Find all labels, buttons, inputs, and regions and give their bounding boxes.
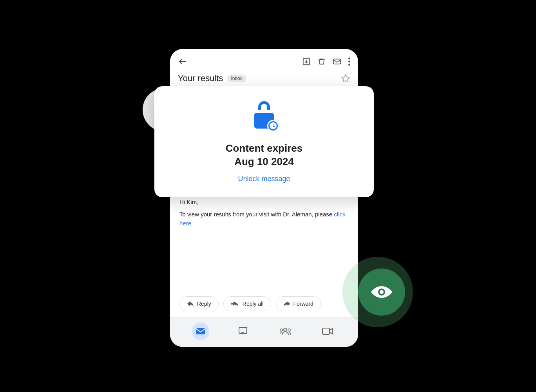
more-options-icon[interactable] [348, 57, 350, 66]
download-icon[interactable] [302, 57, 311, 66]
email-greeting: Hi Kim, [179, 199, 349, 205]
svg-point-14 [288, 329, 290, 331]
expiry-title: Content expires Aug 10 2024 [226, 142, 303, 169]
svg-rect-15 [322, 328, 330, 334]
svg-point-7 [348, 58, 350, 60]
mark-read-icon[interactable] [333, 58, 341, 65]
video-nav-icon [322, 327, 333, 335]
email-toolbar [178, 57, 350, 66]
svg-rect-6 [333, 59, 340, 64]
star-button[interactable] [341, 74, 350, 83]
unlock-message-link[interactable]: Unlock message [238, 175, 290, 183]
eye-circle-decoration [358, 269, 405, 316]
expiry-overlay-card: Content expires Aug 10 2024 Unlock messa… [154, 86, 374, 197]
reply-buttons-row: Reply Reply all Forward [170, 290, 358, 318]
back-button[interactable] [178, 57, 187, 66]
inbox-badge: Inbox [227, 74, 246, 82]
svg-rect-10 [196, 328, 205, 334]
scene: Your results Inbox Hi Kim, To view your … [131, 29, 405, 363]
forward-icon [283, 301, 290, 307]
toolbar-left [178, 57, 187, 66]
svg-point-12 [284, 328, 287, 331]
reply-all-button[interactable]: Reply all [223, 296, 271, 311]
chat-nav-icon [238, 327, 248, 336]
expiry-icon [250, 100, 278, 129]
toolbar-right [302, 57, 350, 66]
nav-spaces[interactable] [277, 323, 294, 340]
eye-icon [370, 284, 393, 300]
subject-row: Your results Inbox [178, 72, 350, 85]
nav-mail[interactable] [192, 323, 209, 340]
reply-all-icon [231, 301, 239, 307]
email-body: Hi Kim, To view your results from your v… [170, 191, 358, 290]
reply-button[interactable]: Reply [179, 296, 219, 311]
svg-point-9 [348, 64, 350, 66]
svg-point-4 [380, 290, 384, 294]
nav-chat[interactable] [234, 323, 252, 340]
email-header: Your results Inbox [170, 49, 358, 89]
svg-point-13 [280, 329, 282, 331]
email-body-text: To view your results from your visit wit… [179, 210, 349, 228]
email-subject: Your results [178, 73, 223, 83]
delete-icon[interactable] [318, 57, 326, 66]
nav-meet[interactable] [319, 323, 336, 340]
groups-nav-icon [280, 327, 291, 336]
reply-icon [187, 301, 194, 307]
forward-button[interactable]: Forward [276, 296, 321, 311]
bottom-nav [170, 318, 358, 347]
subject-left: Your results Inbox [178, 73, 246, 83]
mail-nav-icon [196, 327, 205, 335]
svg-point-8 [348, 61, 350, 63]
